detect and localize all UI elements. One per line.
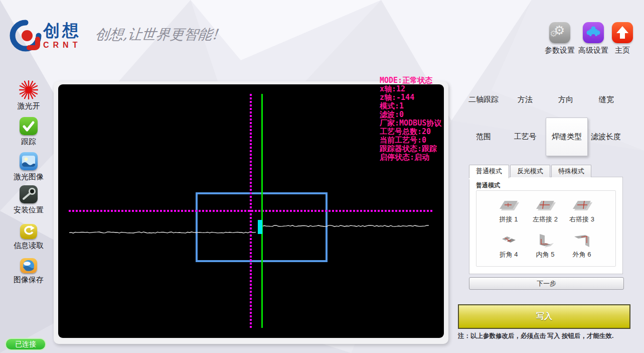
seam-marker (258, 220, 262, 234)
fold-angle-icon (497, 232, 520, 249)
laser-image-icon (20, 152, 38, 170)
connection-status-badge: 已连接 (5, 338, 46, 350)
info-read-label: 信息读取 (14, 241, 44, 251)
mode-tabs: 普通模式 反光模式 特殊模式 (469, 165, 623, 177)
install-position-label: 安装位置 (14, 205, 44, 215)
camera-canvas: MODE:正常状态 x轴:12 z轴:-144 模式:1 滤波:0 厂家:MOD… (58, 84, 444, 338)
laser-on-label: 激光开 (18, 101, 40, 111)
puzzle-icon (583, 22, 604, 43)
menu-item-process-number[interactable]: 工艺号 (514, 132, 537, 142)
reference-line (261, 94, 263, 328)
tab-body: 普通模式 拼接 1 左搭接 2 (469, 177, 623, 274)
weld-option-label: 内角 5 (536, 250, 555, 259)
menu-item-range[interactable]: 范围 (476, 132, 491, 142)
image-save-button[interactable]: 图像保存 (6, 258, 52, 285)
menu-item-method[interactable]: 方法 (518, 95, 533, 104)
weld-option-label: 右搭接 3 (569, 215, 594, 224)
menu-item-seam-width[interactable]: 缝宽 (599, 95, 614, 104)
laser-on-button[interactable]: 激光开 (6, 80, 52, 111)
brand-slogan: 创想,让世界更智能! (94, 25, 219, 44)
tracking-button[interactable]: 跟踪 (6, 117, 52, 147)
status-line-run-state: 启停状态:启动 (380, 153, 441, 162)
advanced-settings-button[interactable]: 高级设置 (578, 22, 608, 55)
weld-option-label: 左搭接 2 (533, 215, 558, 224)
tab-reflective-mode[interactable]: 反光模式 (510, 165, 550, 177)
advanced-settings-label: 高级设置 (578, 46, 608, 55)
butt-joint-icon (497, 197, 520, 214)
left-lap-icon (534, 197, 557, 214)
gear-icon: ⚙ ⚙ (549, 22, 570, 43)
camera-frame: MODE:正常状态 x轴:12 z轴:-144 模式:1 滤波:0 厂家:MOD… (54, 81, 448, 344)
brand-name-en: CRNT (43, 41, 81, 49)
write-button[interactable]: 写入 (458, 304, 630, 329)
info-read-button[interactable]: 信息读取 (6, 224, 52, 251)
next-step-button[interactable]: 下一步 (469, 277, 624, 290)
tracking-label: 跟踪 (21, 137, 36, 147)
brand-name: 创想 CRNT (43, 22, 81, 49)
status-line-filter: 滤波:0 (380, 110, 441, 119)
home-icon (612, 22, 633, 43)
weld-option-outer-corner[interactable]: 外角 6 (563, 232, 600, 259)
status-line-process-total: 工艺号总数:20 (380, 128, 441, 136)
crosshair-vertical-line (250, 94, 252, 329)
inner-corner-icon (534, 232, 557, 249)
outer-corner-icon (570, 232, 593, 249)
weld-option-right-lap[interactable]: 右搭接 3 (563, 197, 600, 224)
status-line-mode-num: 模式:1 (380, 102, 441, 110)
menu-item-filter-length[interactable]: 滤波长度 (591, 132, 621, 142)
home-label: 主页 (615, 46, 630, 55)
weld-option-fold-angle[interactable]: 折角 4 (490, 232, 527, 259)
image-save-label: 图像保存 (14, 275, 44, 285)
params-settings-button[interactable]: ⚙ ⚙ 参数设置 (545, 22, 575, 55)
status-line-tracker-state: 跟踪器状态:跟踪 (380, 145, 441, 153)
weld-option-butt-joint[interactable]: 拼接 1 (490, 197, 527, 224)
tab-special-mode[interactable]: 特殊模式 (551, 165, 591, 177)
laser-burst-icon (19, 80, 38, 99)
weld-type-group-label: 普通模式 (476, 181, 500, 190)
weld-option-label: 折角 4 (500, 250, 518, 259)
weld-option-inner-corner[interactable]: 内角 5 (527, 232, 564, 259)
crnt-logo (9, 19, 42, 52)
status-overlay: MODE:正常状态 x轴:12 z轴:-144 模式:1 滤波:0 厂家:MOD… (380, 76, 441, 162)
laser-image-button[interactable]: 激光图像 (6, 152, 52, 182)
check-icon (20, 117, 38, 135)
weld-option-left-lap[interactable]: 左搭接 2 (527, 197, 564, 224)
tab-normal-mode[interactable]: 普通模式 (469, 165, 509, 178)
status-line-process-current: 当前工艺号:0 (380, 136, 441, 145)
weld-type-grid: 拼接 1 左搭接 2 右搭接 3 (476, 190, 616, 267)
brand-name-cn: 创想 (43, 22, 81, 39)
status-line-z-axis: z轴:-144 (380, 93, 441, 102)
laser-image-label: 激光图像 (14, 172, 44, 182)
menu-item-two-axis-tracking[interactable]: 二轴跟踪 (468, 95, 499, 104)
menu-item-weld-type-selected[interactable]: 焊缝类型 (546, 117, 588, 156)
weld-option-label: 拼接 1 (500, 215, 518, 224)
status-line-mode: MODE:正常状态 (380, 76, 441, 85)
status-line-x-axis: x轴:12 (380, 85, 441, 93)
weld-option-label: 外角 6 (573, 250, 591, 259)
weld-type-panel: 普通模式 反光模式 特殊模式 普通模式 拼接 1 (469, 165, 623, 274)
right-lap-icon (570, 197, 593, 214)
install-position-button[interactable]: 安装位置 (6, 185, 52, 215)
info-read-icon (20, 224, 37, 239)
home-button[interactable]: 主页 (612, 22, 633, 55)
menu-item-direction[interactable]: 方向 (558, 95, 573, 104)
params-settings-label: 参数设置 (545, 46, 575, 55)
write-note: 注：以上参数修改后，必须点击 写入 按钮后，才能生效. (458, 332, 613, 340)
status-line-vendor: 厂家:MODBUS协议 (380, 119, 441, 128)
image-save-icon (20, 258, 37, 273)
install-position-icon (20, 185, 38, 203)
